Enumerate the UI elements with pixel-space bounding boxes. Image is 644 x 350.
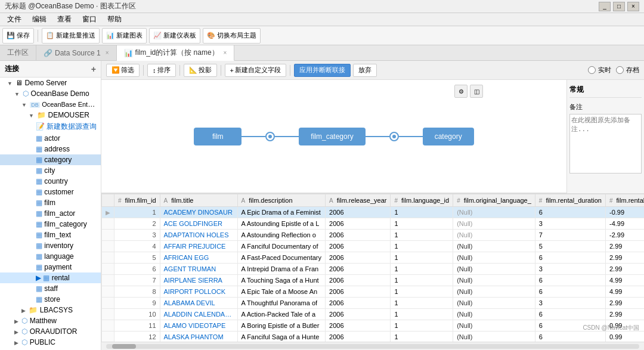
menu-file[interactable]: 文件 [2,13,26,26]
th-year[interactable]: A film.release_year [326,194,391,207]
filter-button[interactable]: 🔽 筛选 [106,64,140,77]
archive-radio-group[interactable]: 存档 [616,66,639,75]
new-chart-button[interactable]: 📊 新建图表 [102,28,147,44]
cell-orig-lang: (Null) [453,218,535,230]
sidebar-item-film-category[interactable]: ▦ film_category [0,219,101,230]
th-rate[interactable]: # film.rental_rate [605,194,644,207]
query-toolbar: 🔽 筛选 ↕ 排序 📐 投影 + 新建自定义字段 应用并断断联接 [101,61,644,80]
sidebar-item-sys[interactable]: ▶ ⬡ SYS [0,348,101,350]
arrow-rental: ▶ [36,274,41,282]
menu-view[interactable]: 查看 [52,13,76,26]
cell-duration: 3 [535,264,605,275]
table-row[interactable]: 11 ALAMO VIDEOTAPE A Boring Epistle of a… [102,320,645,332]
query-sep-2 [179,65,180,76]
discard-button[interactable]: 放弃 [353,64,377,77]
sidebar-item-film[interactable]: ▦ film [0,197,101,208]
tab-datasource[interactable]: 🔗 Data Source 1 × [36,45,117,60]
sidebar-item-demouser[interactable]: ▼ 📁 DEMOUSER [0,110,101,120]
table-row[interactable]: 4 AFFAIR PREJUDICE A Fanciful Documentar… [102,241,645,252]
save-button[interactable]: 💾 保存 [2,28,34,44]
tab-workspace[interactable]: 工作区 [0,45,36,60]
th-duration[interactable]: # film.rental_duration [535,194,605,207]
apply-join-button[interactable]: 应用并断断联接 [294,64,351,77]
sidebar-item-actor[interactable]: ▦ actor [0,133,101,144]
table-row[interactable]: 5 AFRICAN EGG A Fast-Paced Documentary 2… [102,252,645,264]
sidebar-item-enterprise[interactable]: ▼ DB OceanBase Enterprise Product [0,99,101,110]
sidebar-item-country[interactable]: ▦ country [0,176,101,187]
menu-edit[interactable]: 编辑 [27,13,51,26]
new-field-button[interactable]: + 新建自定义字段 [225,64,286,77]
sidebar: 连接 + ▼ 🖥 Demo Server ▼ ⬡ OceanBase Demo … [0,61,101,350]
th-desc[interactable]: A film.description [237,194,326,207]
sidebar-item-city[interactable]: ▦ city [0,165,101,176]
project-button[interactable]: 📐 投影 [184,64,217,77]
sidebar-item-customer[interactable]: ▦ customer [0,187,101,197]
right-panel-title: 常规 [569,82,642,98]
connector-dot-1[interactable] [265,132,275,141]
sort-button[interactable]: ↕ 排序 [147,64,176,77]
sidebar-item-film-text[interactable]: ▦ film_text [0,230,101,240]
sidebar-item-public[interactable]: ▶ ⬡ PUBLIC [0,337,101,348]
table-row[interactable]: 3 ADAPTATION HOLES A Astounding Reflecti… [102,230,645,241]
tab-filmid-close[interactable]: × [224,49,227,56]
sidebar-item-address[interactable]: ▦ address [0,144,101,154]
table-row[interactable]: ▶ 1 ACADEMY DINOSAUR A Epic Drama of a F… [102,207,645,218]
new-batch-button[interactable]: 📋 新建批量推送 [42,28,100,44]
table-row[interactable]: 12 ALASKA PHANTOM A Fanciful Saga of a H… [102,332,645,342]
sidebar-item-oceanbase-demo[interactable]: ▼ ⬡ OceanBase Demo [0,88,101,99]
sidebar-item-new-query[interactable]: 📝 新建数据源查询 [0,120,101,133]
horizontal-scrollbar[interactable] [106,344,639,349]
minimize-button[interactable]: _ [599,2,611,11]
menu-window[interactable]: 窗口 [78,13,101,26]
table-row[interactable]: 10 ALADDIN CALENDAR II A Action-Packed T… [102,309,645,320]
table-row[interactable]: 8 AIRPORT POLLOCK A Epic Tale of a Moose… [102,286,645,298]
db-icon: ⬡ [23,89,29,98]
sidebar-item-staff[interactable]: ▦ staff [0,283,101,294]
sidebar-item-matthew[interactable]: ▶ ⬡ Matthew [0,315,101,326]
realtime-radio[interactable] [588,66,596,74]
sidebar-item-lbacsys[interactable]: ▶ 📁 LBACSYS [0,305,101,315]
realtime-options: 实时 存档 [588,66,639,75]
sidebar-item-demo-server[interactable]: ▼ 🖥 Demo Server [0,78,101,88]
cell-title: AGENT TRUMAN [160,264,237,275]
row-marker [102,218,114,230]
cell-rate: 2.99 [605,264,644,275]
sidebar-item-oraauditor[interactable]: ▶ ⬡ ORAAUDITOR [0,326,101,337]
archive-radio[interactable] [616,66,624,74]
th-orig-lang[interactable]: # film.original_language_ [453,194,535,207]
diagram-settings-button[interactable]: ⚙ [454,85,467,98]
th-title[interactable]: A film.title [160,194,237,207]
sidebar-item-language[interactable]: ▦ language [0,251,101,262]
tab-datasource-close[interactable]: × [106,49,109,56]
diagram-node-film-category[interactable]: film_category [299,128,365,145]
query-sep-1 [143,65,144,76]
sidebar-title: 连接 [5,64,19,74]
connector-dot-2[interactable] [389,132,399,141]
layout-theme-button[interactable]: 🎨 切换布局主题 [203,28,261,44]
diagram-collapse-button[interactable]: ◫ [470,85,483,98]
sidebar-add-button[interactable]: + [91,64,96,74]
sidebar-item-inventory[interactable]: ▦ inventory [0,240,101,251]
maximize-button[interactable]: □ [613,2,625,11]
cell-desc: A Fanciful Documentary of [237,241,326,252]
sidebar-item-rental[interactable]: ▶ ▦ rental [0,272,101,283]
sidebar-item-category[interactable]: ▦ category [0,154,101,165]
close-button[interactable]: × [627,2,639,11]
new-dashboard-button[interactable]: 📈 新建仪表板 [149,28,200,44]
menu-help[interactable]: 帮助 [103,13,126,26]
table-row[interactable]: 2 ACE GOLDFINGER A Astounding Epistle of… [102,218,645,230]
th-film-id[interactable]: # film.film_id [114,194,160,207]
realtime-radio-group[interactable]: 实时 [588,66,611,75]
scrollbar-thumb[interactable] [112,344,136,349]
diagram-node-category[interactable]: category [423,128,474,145]
table-row[interactable]: 6 AGENT TRUMAN A Intrepid Drama of a Fra… [102,264,645,275]
annotation-textarea[interactable] [569,114,642,174]
diagram-node-film[interactable]: film [194,128,242,145]
th-lang[interactable]: # film.language_id [391,194,453,207]
sidebar-item-store[interactable]: ▦ store [0,294,101,305]
tab-filmid[interactable]: 📊 film_id的计算（按 name） × [117,45,235,61]
table-row[interactable]: 7 AIRPLANE SIERRA A Touching Saga of a H… [102,275,645,286]
sidebar-item-payment[interactable]: ▦ payment [0,262,101,272]
table-row[interactable]: 9 ALABAMA DEVIL A Thoughtful Panorama of… [102,298,645,309]
sidebar-item-film-actor[interactable]: ▦ film_actor [0,208,101,219]
